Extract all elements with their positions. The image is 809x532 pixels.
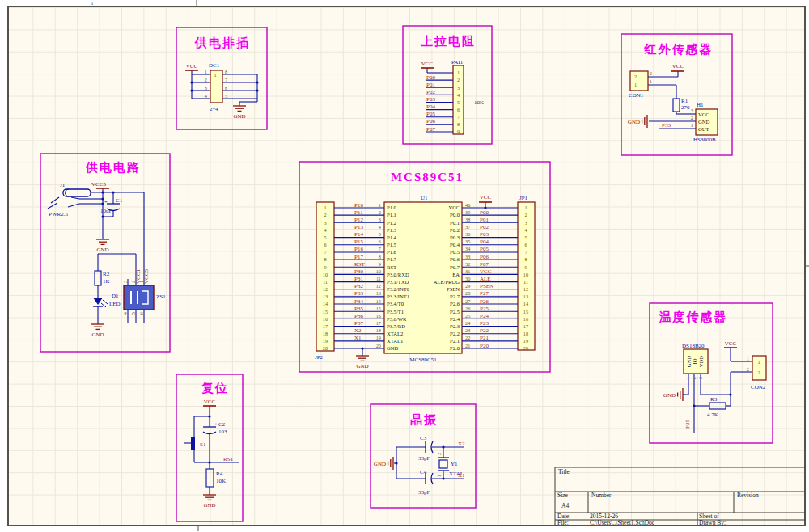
net-label[interactable]: P24 bbox=[480, 313, 489, 319]
designator[interactable]: 10K bbox=[474, 99, 484, 106]
designator[interactable]: 33pF bbox=[418, 489, 430, 496]
designator[interactable]: C3 bbox=[420, 435, 427, 441]
designator[interactable]: DS18B20 bbox=[682, 343, 705, 349]
wire[interactable] bbox=[68, 204, 79, 207]
crystal-y1[interactable] bbox=[439, 460, 447, 468]
net-label[interactable]: P01 bbox=[480, 217, 489, 223]
designator[interactable]: Y1 bbox=[451, 461, 458, 467]
designator[interactable]: C4 bbox=[420, 469, 427, 475]
designator[interactable]: 4.7K bbox=[707, 412, 718, 418]
component-zs1[interactable] bbox=[124, 285, 154, 310]
net-label[interactable]: P10 bbox=[354, 202, 363, 209]
net-label[interactable]: X2 bbox=[354, 327, 362, 334]
designator[interactable]: R3 bbox=[710, 396, 718, 403]
designator[interactable]: C1 bbox=[116, 197, 123, 204]
designator[interactable]: ZS1 bbox=[156, 293, 166, 300]
net-label[interactable]: VCC bbox=[480, 268, 492, 275]
net-label[interactable]: RST bbox=[354, 261, 366, 268]
net-label[interactable]: P32 bbox=[354, 283, 363, 289]
net-label[interactable]: P06 bbox=[480, 254, 489, 260]
designator[interactable]: HS3800B bbox=[693, 137, 716, 143]
net-label[interactable]: X1 bbox=[458, 472, 465, 479]
net-label[interactable]: P03 bbox=[480, 231, 489, 238]
designator[interactable]: PAI1 bbox=[451, 59, 464, 65]
net-label[interactable]: P23 bbox=[480, 320, 489, 327]
net-label[interactable]: P33 bbox=[354, 290, 363, 297]
power-label[interactable]: VCC bbox=[672, 63, 684, 70]
designator[interactable]: DC1 bbox=[209, 62, 220, 69]
designator[interactable]: S1 bbox=[200, 441, 206, 448]
designator[interactable]: JP2 bbox=[315, 354, 324, 361]
net-label[interactable]: ALE bbox=[480, 276, 491, 282]
resistor-r1[interactable] bbox=[673, 99, 680, 112]
net-label[interactable]: P02 bbox=[426, 89, 435, 95]
net-label[interactable]: P12 bbox=[354, 217, 363, 223]
net-label[interactable]: P07 bbox=[480, 261, 489, 268]
designator[interactable]: J1 bbox=[60, 182, 66, 188]
designator[interactable]: R4 bbox=[216, 471, 223, 477]
capacitor-c2[interactable] bbox=[203, 432, 216, 434]
net-label[interactable]: P06 bbox=[426, 118, 435, 125]
net-label[interactable]: PSEN bbox=[480, 283, 493, 289]
net-label[interactable]: P16 bbox=[354, 246, 363, 252]
net-label[interactable]: P11 bbox=[354, 209, 363, 216]
net-label[interactable]: P31 bbox=[354, 276, 363, 282]
power-label[interactable]: VCC bbox=[186, 63, 198, 70]
power-jack-j1[interactable] bbox=[63, 189, 91, 196]
net-label[interactable]: P04 bbox=[480, 239, 489, 245]
net-label[interactable]: P04 bbox=[426, 103, 435, 110]
net-label[interactable]: VCC5 bbox=[143, 269, 150, 284]
designator[interactable]: 103 bbox=[218, 429, 227, 435]
net-label[interactable]: P20 bbox=[480, 343, 489, 349]
net-label[interactable]: X2 bbox=[458, 441, 465, 447]
designator[interactable]: U1 bbox=[421, 195, 428, 201]
designator[interactable]: 270 bbox=[681, 104, 690, 111]
power-label[interactable]: VCC bbox=[204, 399, 216, 405]
designator[interactable]: CON1 bbox=[629, 92, 644, 99]
designator[interactable]: 10uF bbox=[100, 208, 112, 214]
net-label[interactable]: X1 bbox=[354, 335, 362, 341]
wire[interactable] bbox=[51, 197, 59, 203]
designator[interactable]: R2 bbox=[103, 271, 110, 277]
net-label[interactable]: P01 bbox=[426, 82, 435, 88]
designator[interactable]: 1K bbox=[103, 278, 110, 285]
net-label[interactable]: P07 bbox=[426, 126, 435, 133]
net-label[interactable]: P27 bbox=[480, 290, 489, 297]
power-jack-j1[interactable] bbox=[66, 189, 70, 196]
power-label[interactable]: VCC bbox=[725, 340, 737, 347]
wire[interactable] bbox=[48, 203, 57, 209]
designator[interactable]: R1 bbox=[681, 98, 688, 104]
net-label[interactable]: P22 bbox=[480, 327, 489, 334]
designator[interactable]: 2*4 bbox=[210, 106, 218, 112]
designator[interactable]: PWR2.5 bbox=[49, 211, 68, 217]
net-label[interactable]: P37 bbox=[354, 320, 363, 327]
net-label[interactable]: P25 bbox=[480, 306, 489, 312]
net-label[interactable]: P35 bbox=[354, 306, 363, 312]
net-label[interactable]: P33 bbox=[662, 122, 671, 129]
net-label[interactable]: P02 bbox=[480, 224, 489, 230]
designator[interactable]: CON2 bbox=[751, 384, 766, 391]
net-label[interactable]: P26 bbox=[480, 298, 489, 305]
net-label[interactable]: P34 bbox=[354, 298, 363, 305]
designator[interactable]: 33pF bbox=[418, 455, 430, 462]
resistor-r4[interactable] bbox=[206, 469, 214, 487]
power-label[interactable]: VCC bbox=[421, 61, 434, 67]
wire[interactable] bbox=[71, 197, 79, 199]
resistor-r2[interactable] bbox=[95, 271, 101, 285]
net-label[interactable]: P21 bbox=[480, 335, 489, 341]
net-label[interactable]: P05 bbox=[426, 111, 435, 117]
net-label[interactable]: RST bbox=[223, 456, 235, 462]
power-label[interactable]: VCC bbox=[480, 194, 492, 201]
designator[interactable]: D1 bbox=[112, 293, 119, 299]
net-label[interactable]: P00 bbox=[480, 209, 489, 216]
designator[interactable]: H1 bbox=[697, 102, 704, 108]
net-label[interactable]: P35 bbox=[684, 420, 691, 429]
net-label[interactable]: P13 bbox=[354, 224, 363, 230]
designator[interactable]: 10K bbox=[216, 478, 226, 484]
net-label[interactable]: P05 bbox=[480, 246, 489, 252]
component-con1[interactable] bbox=[630, 71, 648, 91]
power-label[interactable]: VCC5 bbox=[91, 181, 106, 188]
resistor-r3[interactable] bbox=[709, 403, 726, 409]
button-s1[interactable] bbox=[191, 437, 195, 450]
designator[interactable]: LED bbox=[109, 301, 121, 307]
